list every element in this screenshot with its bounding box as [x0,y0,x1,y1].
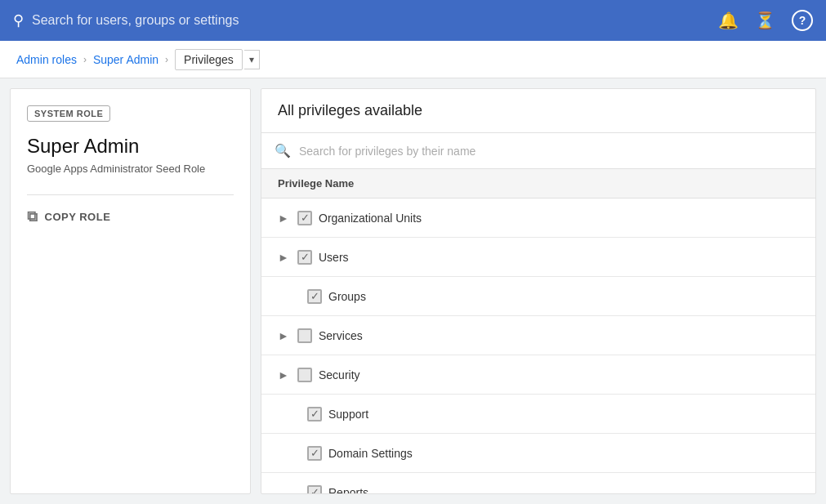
privilege-name: Organizational Units [319,212,422,225]
privilege-search-bar[interactable]: 🔍 [261,133,815,169]
privilege-checkbox[interactable] [307,446,322,461]
expand-icon[interactable]: ► [278,329,291,342]
content-title: All privileges available [261,89,815,133]
privilege-name: Services [319,329,363,342]
table-row: Reports [261,473,815,493]
table-row: ►Organizational Units [261,198,815,238]
privilege-name: Users [319,251,349,264]
privilege-name: Reports [328,486,368,494]
help-icon[interactable]: ? [792,10,813,31]
table-row: ►Security [261,355,815,395]
privilege-name: Groups [328,290,366,303]
column-header: Privilege Name [261,169,815,198]
main-layout: SYSTEM ROLE Super Admin Google Apps Admi… [0,78,826,504]
table-row: Support [261,395,815,434]
breadcrumb-current: Privileges ▾ [175,49,260,70]
privilege-search-input[interactable] [299,145,802,158]
role-name: Super Admin [27,135,234,158]
privilege-checkbox[interactable] [297,250,312,265]
breadcrumb-super-admin[interactable]: Super Admin [93,53,159,66]
breadcrumb-privileges[interactable]: Privileges [175,49,243,70]
expand-icon[interactable]: ► [278,212,291,225]
system-role-badge: SYSTEM ROLE [27,105,110,122]
privilege-name: Support [328,408,368,421]
breadcrumb-sep-2: › [165,54,168,65]
privilege-checkbox[interactable] [297,368,312,382]
breadcrumb-dropdown-btn[interactable]: ▾ [244,50,260,69]
bell-icon[interactable]: 🔔 [718,11,739,30]
header-actions: 🔔 ⏳ ? [718,10,813,31]
privilege-table: Privilege Name ►Organizational Units►Use… [261,169,815,493]
expand-icon[interactable]: ► [278,368,291,381]
privilege-checkbox[interactable] [297,328,312,343]
breadcrumb-admin-roles[interactable]: Admin roles [16,53,77,66]
timer-icon[interactable]: ⏳ [755,11,775,30]
search-bar[interactable]: ⚲ [13,11,536,29]
copy-role-label: COPY ROLE [45,211,111,223]
table-row: ►Users [261,238,815,277]
search-icon: ⚲ [13,11,24,29]
table-row: Groups [261,277,815,316]
privilege-name: Domain Settings [328,447,413,460]
sidebar: SYSTEM ROLE Super Admin Google Apps Admi… [10,88,251,494]
privilege-checkbox[interactable] [307,407,322,421]
role-description: Google Apps Administrator Seed Role [27,163,234,175]
privilege-search-icon: 🔍 [275,143,291,158]
privilege-name: Security [319,368,360,381]
privilege-checkbox[interactable] [307,289,322,304]
content-panel: All privileges available 🔍 Privilege Nam… [261,88,816,494]
header: ⚲ 🔔 ⏳ ? [0,0,826,41]
privilege-checkbox[interactable] [297,211,312,225]
expand-icon[interactable]: ► [278,251,291,264]
search-input[interactable] [32,13,536,28]
table-row: ►Services [261,316,815,355]
breadcrumb: Admin roles › Super Admin › Privileges ▾ [0,41,826,78]
sidebar-divider [27,194,234,195]
copy-role-button[interactable]: ⧉ COPY ROLE [27,208,110,225]
table-row: Domain Settings [261,434,815,473]
copy-icon: ⧉ [27,208,38,225]
breadcrumb-sep-1: › [83,54,87,65]
privilege-checkbox[interactable] [307,485,322,494]
